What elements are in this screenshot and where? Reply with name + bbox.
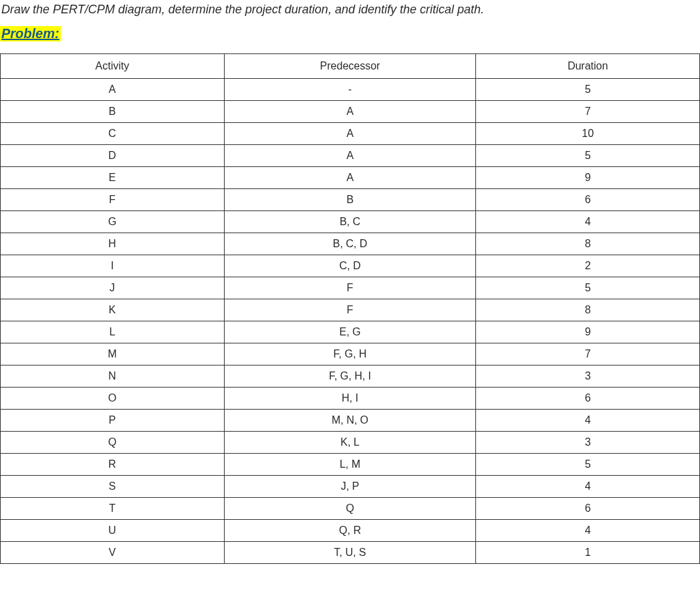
table-header-row: Activity Predecessor Duration	[1, 54, 700, 79]
table-row: LE, G9	[1, 321, 700, 343]
table-row: MF, G, H7	[1, 343, 700, 365]
cell-activity: C	[1, 123, 225, 145]
cell-predecessor: F	[224, 299, 476, 321]
cell-activity: U	[1, 520, 225, 542]
cell-activity: M	[1, 343, 225, 365]
table-row: IC, D2	[1, 255, 700, 277]
table-row: TQ6	[1, 498, 700, 520]
cell-duration: 9	[476, 167, 700, 189]
cell-activity: A	[1, 79, 225, 101]
table-row: PM, N, O4	[1, 410, 700, 432]
cell-predecessor: K, L	[224, 432, 476, 454]
cell-predecessor: B, C	[224, 211, 476, 233]
cell-activity: P	[1, 410, 225, 432]
cell-predecessor: L, M	[224, 454, 476, 476]
cell-predecessor: H, I	[224, 388, 476, 410]
cell-predecessor: T, U, S	[224, 542, 476, 564]
cell-predecessor: A	[224, 101, 476, 123]
cell-activity: E	[1, 167, 225, 189]
cell-duration: 3	[476, 365, 700, 388]
header-predecessor: Predecessor	[224, 54, 476, 79]
table-row: RL, M5	[1, 454, 700, 476]
cell-activity: S	[1, 476, 225, 498]
cell-duration: 5	[476, 145, 700, 167]
cell-duration: 5	[476, 277, 700, 299]
cell-duration: 1	[476, 542, 700, 564]
table-row: DA5	[1, 145, 700, 167]
cell-predecessor: A	[224, 123, 476, 145]
cell-duration: 3	[476, 432, 700, 454]
cell-predecessor: F, G, H	[224, 343, 476, 365]
cell-activity: H	[1, 233, 225, 255]
cell-duration: 7	[476, 343, 700, 365]
cell-predecessor: C, D	[224, 255, 476, 277]
cell-duration: 8	[476, 299, 700, 321]
cell-activity: T	[1, 498, 225, 520]
table-row: BA7	[1, 101, 700, 123]
cell-predecessor: J, P	[224, 476, 476, 498]
cell-duration: 7	[476, 101, 700, 123]
table-row: NF, G, H, I3	[1, 365, 700, 388]
cell-duration: 4	[476, 211, 700, 233]
cell-predecessor: F	[224, 277, 476, 299]
cell-duration: 4	[476, 476, 700, 498]
cell-predecessor: E, G	[224, 321, 476, 343]
cell-predecessor: Q	[224, 498, 476, 520]
table-row: HB, C, D8	[1, 233, 700, 255]
cell-predecessor: A	[224, 167, 476, 189]
cell-predecessor: M, N, O	[224, 410, 476, 432]
cell-predecessor: A	[224, 145, 476, 167]
cell-activity: N	[1, 365, 225, 388]
cell-predecessor: -	[224, 79, 476, 101]
cell-activity: Q	[1, 432, 225, 454]
cell-activity: K	[1, 299, 225, 321]
table-row: CA10	[1, 123, 700, 145]
table-row: SJ, P4	[1, 476, 700, 498]
table-row: VT, U, S1	[1, 542, 700, 564]
cell-predecessor: Q, R	[224, 520, 476, 542]
cell-predecessor: B, C, D	[224, 233, 476, 255]
table-row: UQ, R4	[1, 520, 700, 542]
table-row: QK, L3	[1, 432, 700, 454]
cell-duration: 4	[476, 520, 700, 542]
cell-activity: G	[1, 211, 225, 233]
table-row: JF5	[1, 277, 700, 299]
header-duration: Duration	[476, 54, 700, 79]
cell-activity: V	[1, 542, 225, 564]
cell-activity: F	[1, 189, 225, 211]
cell-activity: L	[1, 321, 225, 343]
problem-label: Problem:	[0, 26, 61, 41]
cell-duration: 10	[476, 123, 700, 145]
cell-duration: 6	[476, 498, 700, 520]
cell-duration: 5	[476, 79, 700, 101]
table-row: KF8	[1, 299, 700, 321]
cell-duration: 6	[476, 189, 700, 211]
activity-table: Activity Predecessor Duration A-5BA7CA10…	[0, 53, 700, 564]
cell-activity: I	[1, 255, 225, 277]
instruction-text: Draw the PERT/CPM diagram, determine the…	[0, 0, 700, 22]
cell-duration: 4	[476, 410, 700, 432]
cell-predecessor: F, G, H, I	[224, 365, 476, 388]
cell-predecessor: B	[224, 189, 476, 211]
table-row: EA9	[1, 167, 700, 189]
cell-duration: 6	[476, 388, 700, 410]
cell-activity: R	[1, 454, 225, 476]
cell-activity: J	[1, 277, 225, 299]
cell-activity: O	[1, 388, 225, 410]
cell-activity: D	[1, 145, 225, 167]
table-row: OH, I6	[1, 388, 700, 410]
cell-duration: 5	[476, 454, 700, 476]
cell-activity: B	[1, 101, 225, 123]
table-row: FB6	[1, 189, 700, 211]
table-row: GB, C4	[1, 211, 700, 233]
header-activity: Activity	[1, 54, 225, 79]
cell-duration: 8	[476, 233, 700, 255]
cell-duration: 2	[476, 255, 700, 277]
table-row: A-5	[1, 79, 700, 101]
cell-duration: 9	[476, 321, 700, 343]
